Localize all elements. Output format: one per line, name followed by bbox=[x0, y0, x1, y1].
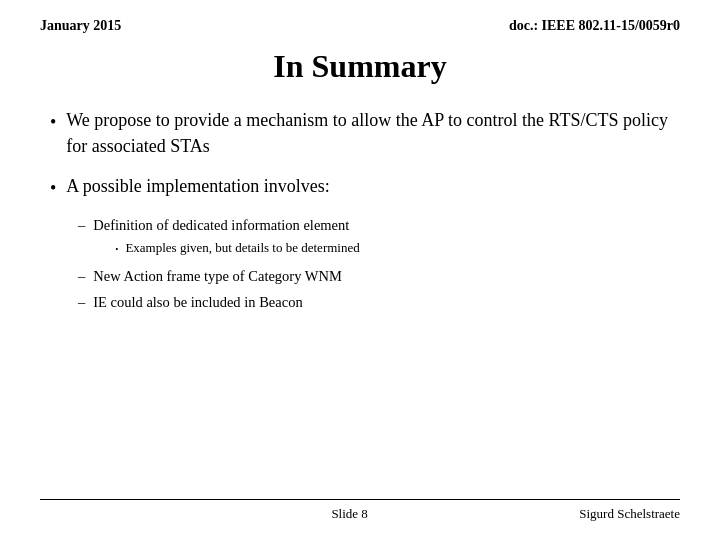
dash-item-1-content: Definition of dedicated information elem… bbox=[93, 215, 359, 259]
dash-marker-3: – bbox=[78, 292, 85, 312]
footer-slide-number: Slide 8 bbox=[120, 506, 579, 522]
bullet-marker-2: • bbox=[50, 175, 56, 201]
footer-author: Sigurd Schelstraete bbox=[579, 506, 680, 522]
dot-marker-1: • bbox=[115, 243, 118, 256]
dash-text-1: Definition of dedicated information elem… bbox=[93, 217, 349, 233]
bullet-marker-1: • bbox=[50, 109, 56, 135]
slide: January 2015 doc.: IEEE 802.11-15/0059r0… bbox=[0, 0, 720, 540]
slide-title: In Summary bbox=[40, 48, 680, 85]
dot-text-1: Examples given, but details to be determ… bbox=[125, 239, 359, 257]
header-doc-id: doc.: IEEE 802.11-15/0059r0 bbox=[509, 18, 680, 34]
dash-text-3: IE could also be included in Beacon bbox=[93, 292, 302, 312]
bullet-text-1: We propose to provide a mechanism to all… bbox=[66, 107, 670, 159]
slide-content: • We propose to provide a mechanism to a… bbox=[40, 107, 680, 499]
dash-marker-2: – bbox=[78, 266, 85, 286]
dash-item-1: – Definition of dedicated information el… bbox=[78, 215, 670, 259]
sub-items: – Definition of dedicated information el… bbox=[78, 215, 670, 312]
dash-text-2: New Action frame type of Category WNM bbox=[93, 266, 342, 286]
dash-item-2: – New Action frame type of Category WNM bbox=[78, 266, 670, 286]
bullet-item-2: • A possible implementation involves: bbox=[50, 173, 670, 201]
footer: Slide 8 Sigurd Schelstraete bbox=[40, 499, 680, 522]
dot-item-1: • Examples given, but details to be dete… bbox=[115, 239, 359, 257]
dash-item-3: – IE could also be included in Beacon bbox=[78, 292, 670, 312]
bullet-text-2: A possible implementation involves: bbox=[66, 173, 329, 199]
sub-sub-items: • Examples given, but details to be dete… bbox=[115, 239, 359, 257]
header-date: January 2015 bbox=[40, 18, 121, 34]
bullet-item-1: • We propose to provide a mechanism to a… bbox=[50, 107, 670, 159]
dash-marker-1: – bbox=[78, 215, 85, 235]
header: January 2015 doc.: IEEE 802.11-15/0059r0 bbox=[40, 18, 680, 34]
